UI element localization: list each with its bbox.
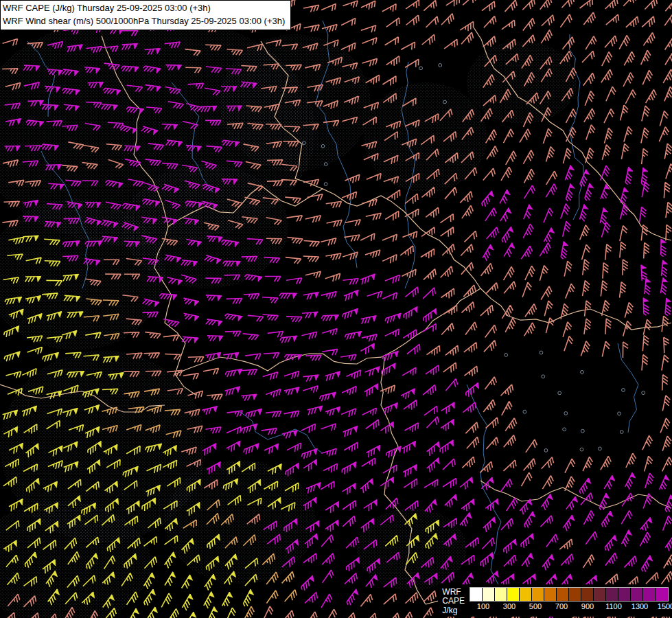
weather-map-canvas [0, 0, 672, 618]
legend-tick-row: 100300500700900110013001500 [470, 602, 669, 611]
legend-tick-label: 1500 [658, 602, 672, 610]
legend-tick-label: 1300 [632, 602, 648, 610]
wrf-map-window: WRF CAPE (J/kg) Thursday 25-09-2025 03:0… [0, 0, 672, 618]
map-title-cape: WRF CAPE (J/kg) Thursday 25-09-2025 03:0… [3, 2, 285, 15]
legend-color-cell [470, 588, 483, 601]
legend-color-cell [557, 588, 569, 601]
legend-tick-label: 300 [503, 602, 515, 610]
legend-colorbar-wrap: 100300500700900110013001500 [470, 587, 669, 616]
legend-color-cell [643, 588, 656, 601]
legend-color-cell [594, 588, 606, 601]
legend-color-cell [483, 588, 495, 601]
legend-label-block: WRF CAPE J/kg [442, 587, 465, 616]
legend-color-cell [606, 588, 618, 601]
legend-color-cell [544, 588, 557, 601]
stipple-layer [0, 14, 577, 618]
legend-color-cell [631, 588, 643, 601]
map-title-windshear: WRF Wind shear (m/s) 500/1000hPa Thursda… [3, 15, 285, 28]
legend-color-cell [581, 588, 594, 601]
legend-color-cell [656, 588, 668, 601]
legend-colorbar [470, 587, 669, 602]
legend-color-cell [532, 588, 544, 601]
legend-tick-label: 900 [581, 602, 594, 610]
legend-tick-label: 1100 [605, 602, 622, 610]
legend-tick-label: 500 [529, 602, 542, 610]
legend-tick-label: 100 [477, 602, 489, 610]
legend-variable-label: CAPE [442, 597, 465, 606]
legend-color-cell [618, 588, 631, 601]
legend-color-cell [495, 588, 507, 601]
legend-units-label: J/kg [442, 606, 465, 616]
legend-tick-label: 700 [555, 602, 568, 610]
legend-model-label: WRF [442, 588, 465, 597]
legend-color-cell [520, 588, 532, 601]
cape-legend: WRF CAPE J/kg 10030050070090011001300150… [438, 584, 672, 617]
legend-color-cell [569, 588, 581, 601]
map-title-box: WRF CAPE (J/kg) Thursday 25-09-2025 03:0… [0, 0, 291, 30]
legend-color-cell [507, 588, 520, 601]
